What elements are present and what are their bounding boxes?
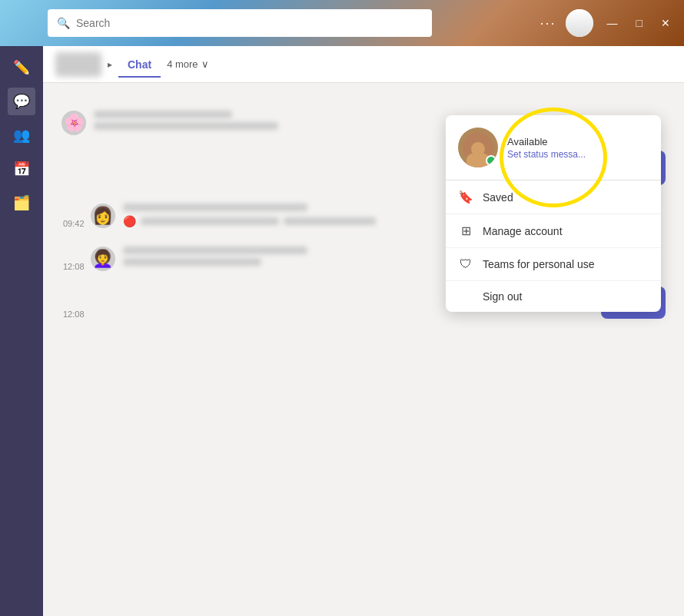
close-button[interactable]: ✕ [656,15,675,31]
sidebar: ✏️ 💬 👥 📅 🗂️ [0,46,43,616]
minimize-button[interactable]: — [603,15,623,31]
timestamp-1: 09:42 [63,219,85,228]
title-bar-controls: ··· — □ ✕ [540,9,675,37]
sidebar-icon-compose[interactable]: ✏️ [8,54,35,81]
msg-line-3 [123,204,307,211]
sidebar-icon-calendar[interactable]: 📅 [8,155,35,183]
dropdown-teams-personal[interactable]: 🛡 Teams for personal use [446,248,661,281]
msg-line-6 [123,247,307,254]
manage-account-label: Manage account [483,225,563,237]
more-options-button[interactable]: ··· [540,15,556,31]
message-bubbles-3 [123,247,307,266]
profile-avatar-large[interactable] [458,128,498,167]
maximize-button[interactable]: □ [632,15,647,31]
title-bar: 🔍 ··· — □ ✕ [0,0,684,46]
manage-account-icon: ⊞ [458,224,473,238]
dropdown-manage-account[interactable]: ⊞ Manage account [446,214,661,248]
profile-info: Available Set status messa... [507,136,586,160]
tab-chat[interactable]: Chat [118,52,161,77]
user-avatar-titlebar[interactable] [566,9,593,37]
search-input[interactable] [76,17,423,29]
bookmark-icon: 🔖 [458,190,473,204]
tab-bar: ▸ Chat 4 more ∨ [43,46,684,83]
availability-indicator [486,155,496,166]
profile-status-text: Available [507,136,586,147]
msg-line-5 [284,217,376,225]
dropdown-saved[interactable]: 🔖 Saved [446,180,661,214]
timestamp-2: 12:08 [63,262,85,271]
message-bubbles-2: 🔴 [123,204,376,227]
nav-arrow[interactable]: ▸ [108,59,112,70]
sidebar-icon-chat[interactable]: 💬 [8,88,35,115]
profile-dropdown: Available Set status messa... 🔖 Saved ⊞ … [446,115,661,312]
message-group-2: 👩 🔴 [91,204,376,228]
user-name-blurred [55,52,101,77]
set-status-message-link[interactable]: Set status messa... [507,149,586,160]
saved-label: Saved [483,191,513,204]
profile-header: Available Set status messa... [446,115,661,180]
msg-line-7 [123,258,261,266]
message-bubbles-1 [94,111,278,130]
sidebar-icon-teams[interactable]: 👥 [8,121,35,149]
msg-line-4 [141,217,279,225]
message-group-3: 👩‍🦱 [91,247,307,271]
teams-personal-label: Teams for personal use [483,258,595,270]
msg-line-2 [94,122,278,130]
tab-more[interactable]: 4 more ∨ [167,58,208,70]
teams-personal-icon: 🛡 [458,257,473,271]
search-icon: 🔍 [57,17,70,29]
dropdown-sign-out[interactable]: Sign out [446,281,661,312]
timestamp-3: 12:08 [63,310,85,319]
avatar-3: 👩‍🦱 [91,247,115,271]
avatar-2: 👩 [91,204,115,228]
sidebar-icon-files[interactable]: 🗂️ [8,189,35,217]
search-bar-container[interactable]: 🔍 [48,9,432,37]
sign-out-label: Sign out [483,290,522,303]
msg-line-1 [94,111,232,118]
avatar-1: 🌸 [61,111,86,135]
